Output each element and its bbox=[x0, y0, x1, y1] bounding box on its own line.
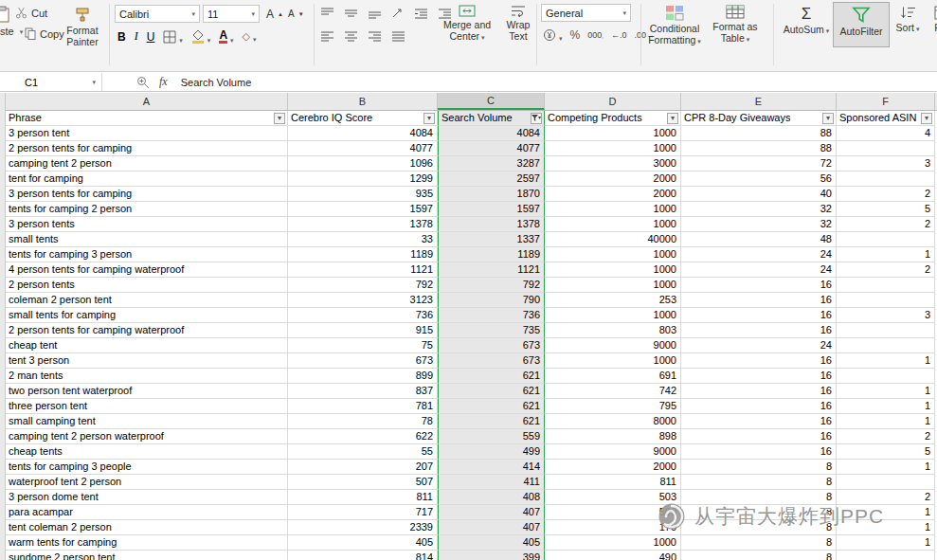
header-cell-cerebro-iq-score[interactable]: Cerebro IQ Score▾ bbox=[288, 111, 438, 126]
cell[interactable]: tent coleman 2 person bbox=[6, 520, 288, 535]
cell[interactable]: 1870 bbox=[438, 187, 545, 202]
cell[interactable] bbox=[837, 338, 935, 353]
column-letter-B[interactable]: B bbox=[288, 93, 438, 110]
cell[interactable]: 673 bbox=[438, 353, 545, 369]
cell[interactable]: 1121 bbox=[438, 262, 545, 278]
cell[interactable]: 8 bbox=[681, 505, 837, 520]
cell[interactable]: 8 bbox=[681, 475, 837, 490]
cell[interactable]: 621 bbox=[438, 369, 545, 384]
cell[interactable]: warm tents for camping bbox=[6, 535, 288, 551]
increase-decimal-button[interactable]: ←.0 bbox=[611, 30, 627, 40]
cell[interactable]: 1597 bbox=[288, 202, 438, 217]
align-center-icon[interactable] bbox=[344, 30, 358, 42]
cell[interactable]: 811 bbox=[545, 475, 681, 490]
cell[interactable]: 1000 bbox=[545, 535, 681, 551]
format-button[interactable]: For bbox=[923, 6, 937, 33]
cell[interactable]: 790 bbox=[438, 293, 545, 308]
cell[interactable]: 405 bbox=[288, 535, 438, 551]
cell[interactable]: 2 bbox=[837, 429, 935, 444]
cell[interactable]: 1 bbox=[837, 535, 935, 551]
cell[interactable]: 8000 bbox=[545, 414, 681, 429]
cell[interactable]: 1189 bbox=[288, 247, 438, 262]
cell[interactable] bbox=[837, 293, 935, 308]
cell[interactable]: 48 bbox=[681, 232, 837, 247]
cell[interactable]: 407 bbox=[438, 505, 545, 520]
cell[interactable]: 1000 bbox=[545, 278, 681, 293]
row-header-strip[interactable] bbox=[0, 93, 6, 560]
grow-font-button[interactable]: A▲ bbox=[266, 8, 283, 21]
shrink-font-button[interactable]: A▼ bbox=[288, 9, 304, 19]
cell[interactable]: 1378 bbox=[438, 217, 545, 232]
cell[interactable] bbox=[837, 551, 935, 560]
cell[interactable]: 16 bbox=[681, 293, 837, 308]
cell[interactable]: 1 bbox=[837, 414, 935, 429]
cell[interactable]: 1121 bbox=[288, 262, 438, 278]
cell[interactable]: 407 bbox=[438, 520, 545, 535]
cell[interactable]: 1 bbox=[837, 460, 935, 475]
merge-and-center-button[interactable]: Merge and Center▾ bbox=[436, 5, 498, 42]
cell[interactable]: 2 person tents for camping bbox=[6, 141, 288, 156]
cell[interactable]: 1299 bbox=[288, 172, 438, 187]
cell[interactable]: tents for camping 2 person bbox=[6, 202, 288, 217]
zoom-formula-icon[interactable] bbox=[136, 76, 150, 89]
cell[interactable]: 1 bbox=[837, 353, 935, 369]
cell[interactable]: 735 bbox=[438, 323, 545, 338]
comma-style-button[interactable]: 000, bbox=[587, 30, 604, 40]
cell[interactable] bbox=[837, 323, 935, 338]
orientation-icon[interactable] bbox=[391, 8, 405, 19]
cell[interactable]: 75 bbox=[288, 338, 438, 353]
font-color-button[interactable]: A ▾ bbox=[219, 29, 233, 44]
cell[interactable]: 16 bbox=[681, 429, 837, 444]
percent-style-button[interactable]: % bbox=[570, 28, 581, 42]
fill-color-button[interactable]: ▾ bbox=[191, 29, 211, 44]
cell[interactable]: 736 bbox=[288, 308, 438, 323]
cell[interactable]: 40000 bbox=[545, 232, 681, 247]
cell[interactable]: 4 bbox=[837, 126, 935, 141]
cell[interactable]: 811 bbox=[288, 490, 438, 505]
cell[interactable]: 2 person tents for camping waterproof bbox=[6, 323, 288, 338]
cell[interactable]: 1337 bbox=[438, 232, 545, 247]
filter-dropdown-button[interactable]: ▾ bbox=[274, 113, 285, 124]
cell[interactable]: 935 bbox=[288, 187, 438, 202]
cell[interactable]: 795 bbox=[545, 399, 681, 414]
wrap-text-button[interactable]: Wrap Text bbox=[499, 5, 537, 42]
cell[interactable]: 88 bbox=[681, 126, 837, 141]
cell[interactable]: 408 bbox=[438, 490, 545, 505]
cell[interactable]: 170 bbox=[545, 520, 681, 535]
cell[interactable] bbox=[837, 369, 935, 384]
cell[interactable]: coleman 2 person tent bbox=[6, 293, 288, 308]
cell[interactable]: 78 bbox=[288, 414, 438, 429]
cell[interactable]: 1 bbox=[837, 505, 935, 520]
cell[interactable]: 899 bbox=[288, 369, 438, 384]
cell[interactable]: 5 bbox=[837, 202, 935, 217]
column-letter-C[interactable]: C bbox=[438, 93, 545, 110]
header-cell-phrase[interactable]: Phrase▾ bbox=[6, 111, 288, 126]
cell[interactable]: 1597 bbox=[438, 202, 545, 217]
cell[interactable]: 3 person tents bbox=[6, 217, 288, 232]
cell[interactable]: 1 bbox=[837, 247, 935, 262]
cell[interactable]: 2 bbox=[837, 217, 935, 232]
cell[interactable]: 3287 bbox=[438, 156, 545, 172]
cell[interactable]: 8 bbox=[681, 535, 837, 551]
cell[interactable] bbox=[837, 475, 935, 490]
cell[interactable] bbox=[837, 172, 935, 187]
cell[interactable]: 16 bbox=[681, 278, 837, 293]
cell[interactable]: 499 bbox=[438, 444, 545, 460]
header-cell-cpr-8-day-giveaways[interactable]: CPR 8-Day Giveaways▾ bbox=[681, 111, 837, 126]
cell[interactable]: 2 bbox=[837, 187, 935, 202]
cell[interactable]: 736 bbox=[438, 308, 545, 323]
column-letter-F[interactable]: F bbox=[837, 93, 935, 110]
font-size-select[interactable]: 11▾ bbox=[203, 5, 260, 23]
cell[interactable]: 621 bbox=[438, 399, 545, 414]
cell[interactable]: 207 bbox=[288, 460, 438, 475]
cell[interactable]: 781 bbox=[288, 399, 438, 414]
cell[interactable]: 9000 bbox=[545, 338, 681, 353]
format-as-table-button[interactable]: Format as Table▾ bbox=[707, 5, 764, 44]
cell[interactable]: 2 person tents bbox=[6, 278, 288, 293]
cell[interactable]: small tents for camping bbox=[6, 308, 288, 323]
cell[interactable]: waterproof tent 2 person bbox=[6, 475, 288, 490]
cell[interactable]: 16 bbox=[681, 399, 837, 414]
cell[interactable]: 414 bbox=[438, 460, 545, 475]
formula-bar-value[interactable]: Search Volume bbox=[181, 77, 252, 88]
paste-button[interactable]: ste▾ bbox=[0, 26, 23, 37]
